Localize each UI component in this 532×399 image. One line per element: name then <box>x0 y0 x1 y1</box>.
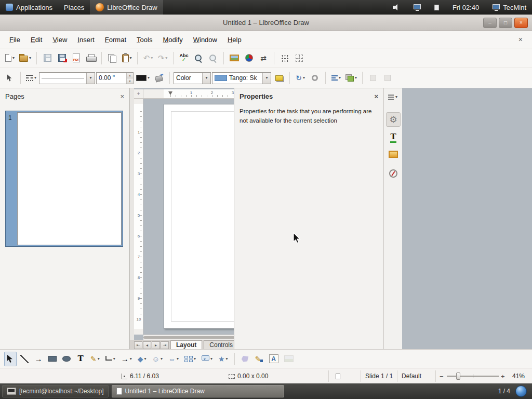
line-width-input[interactable] <box>97 73 126 84</box>
left-margin-marker[interactable] <box>168 91 172 95</box>
page-style-field[interactable]: Default <box>402 368 421 384</box>
edit-points-button[interactable] <box>3 71 17 85</box>
group-button[interactable] <box>366 71 380 85</box>
menu-modify[interactable]: Modify <box>157 33 188 46</box>
combo-dropdown-button[interactable]: ▾ <box>202 73 210 84</box>
navigator-button[interactable]: ⇄ <box>257 51 270 65</box>
tab-first-button[interactable]: ⇤ <box>134 341 142 349</box>
export-pdf-button[interactable]: PDF <box>70 51 83 65</box>
sidebar-tab-properties[interactable]: ⚙ <box>386 112 401 127</box>
flowchart-button[interactable]: ▾ <box>182 352 198 366</box>
arrange-button[interactable]: ▾ <box>344 71 358 85</box>
brand-applet[interactable]: TecMint <box>487 0 532 15</box>
insert-image-button[interactable] <box>282 352 296 366</box>
document-close-icon[interactable]: × <box>513 35 528 44</box>
rectangle-tool-button[interactable] <box>46 352 59 366</box>
pages-close-icon[interactable]: × <box>120 93 124 100</box>
line-color-button[interactable]: ▾ <box>135 71 151 85</box>
taskbar-terminal-button[interactable]: [tecmint@localhost:~/Desktop] <box>2 385 109 397</box>
sidebar-tab-styles[interactable]: T <box>386 130 401 145</box>
menu-help[interactable]: Help <box>222 33 247 46</box>
notes-applet[interactable] <box>429 0 445 15</box>
sidebar-tab-navigator[interactable] <box>386 166 401 181</box>
spin-down-icon[interactable]: ▼ <box>127 78 133 84</box>
transformations-button[interactable]: ↻ ▾ <box>294 71 307 85</box>
window-titlebar[interactable]: Untitled 1 – LibreOffice Draw – □ × <box>0 15 532 31</box>
display-grid-button[interactable] <box>278 51 291 65</box>
save-button[interactable] <box>41 51 54 65</box>
panel-splitter[interactable] <box>130 88 134 349</box>
zoom-out-button[interactable]: − <box>440 368 444 384</box>
callouts-button[interactable]: ▾ <box>200 352 215 366</box>
volume-applet[interactable] <box>387 0 406 15</box>
clock-applet[interactable]: Fri 02:40 <box>447 0 485 15</box>
lines-arrows-button[interactable]: → ▾ <box>119 352 134 366</box>
info-orb-icon[interactable] <box>515 385 527 397</box>
sidebar-menu-button[interactable]: ▾ <box>388 95 397 100</box>
helplines-button[interactable] <box>292 51 306 65</box>
tab-layout[interactable]: Layout <box>170 340 202 349</box>
open-button[interactable]: ▾ <box>18 51 33 65</box>
close-button[interactable]: × <box>514 18 528 28</box>
page-thumbnail[interactable]: 1 <box>5 111 123 247</box>
line-style-combobox[interactable]: ▾ <box>39 72 95 84</box>
curve-tool-button[interactable]: ✎ ▾ <box>88 352 102 366</box>
line-ends-arrow-button[interactable]: → <box>32 352 45 366</box>
menu-format[interactable]: Format <box>100 33 131 46</box>
ellipse-tool-button[interactable] <box>60 352 73 366</box>
spelling-button[interactable]: Abc ✓ <box>177 51 191 65</box>
print-button[interactable] <box>84 51 98 65</box>
tab-last-button[interactable]: ⇥ <box>161 341 169 349</box>
zoom-slider-thumb[interactable] <box>456 373 460 380</box>
select-tool-button[interactable] <box>4 352 17 366</box>
maximize-button[interactable]: □ <box>499 18 512 28</box>
basic-shapes-button[interactable]: ◆ ▾ <box>136 352 149 366</box>
zoom-percent-field[interactable]: 41% <box>512 368 525 384</box>
colors-button[interactable] <box>242 51 256 65</box>
copy-button[interactable] <box>105 51 119 65</box>
window-list-item[interactable]: LibreOffice Draw <box>90 0 163 15</box>
properties-close-icon[interactable]: × <box>374 93 378 100</box>
applications-menu[interactable]: Applications <box>0 0 58 15</box>
zoom-button[interactable] <box>192 51 205 65</box>
display-applet[interactable] <box>408 0 427 15</box>
taskbar-draw-button[interactable]: Untitled 1 – LibreOffice Draw <box>112 385 284 397</box>
stars-button[interactable]: ★ ▾ <box>216 352 230 366</box>
glue-points-button[interactable]: ✎ <box>253 352 265 366</box>
connector-tool-button[interactable]: ▾ <box>103 352 117 366</box>
zoom-in-button[interactable]: + <box>501 368 505 384</box>
document-modified-field[interactable] <box>336 368 340 384</box>
tab-next-button[interactable]: ▸ <box>152 341 160 349</box>
shadow-button[interactable] <box>272 71 286 85</box>
combo-dropdown-button[interactable]: ▾ <box>86 73 95 84</box>
slide-indicator[interactable]: Slide 1 / 1 <box>365 368 393 384</box>
new-document-button[interactable]: ▾ <box>3 51 17 65</box>
menu-insert[interactable]: Insert <box>72 33 100 46</box>
spinner-buttons[interactable]: ▲ ▼ <box>126 73 133 84</box>
workspace-pager[interactable]: 1 / 4 <box>498 388 510 395</box>
spin-up-icon[interactable]: ▲ <box>127 73 133 78</box>
combo-dropdown-button[interactable]: ▾ <box>262 73 271 84</box>
line-style-button[interactable]: ▾ <box>24 71 38 85</box>
menu-view[interactable]: View <box>47 33 72 46</box>
sidebar-tab-gallery[interactable] <box>386 147 401 162</box>
tab-prev-button[interactable]: ◂ <box>143 341 151 349</box>
minimize-button[interactable]: – <box>483 18 497 28</box>
ungroup-button[interactable] <box>381 71 394 85</box>
gallery-button[interactable] <box>228 51 241 65</box>
toggle-extrusion-button[interactable] <box>308 71 322 85</box>
block-arrows-button[interactable]: ⇔ ▾ <box>166 352 181 366</box>
align-objects-button[interactable]: ▾ <box>329 71 343 85</box>
fontwork-button[interactable]: A <box>267 352 281 366</box>
places-menu[interactable]: Places <box>58 0 90 15</box>
line-width-spinner[interactable]: ▲ ▼ <box>96 72 134 84</box>
freeform-button[interactable] <box>239 352 251 366</box>
fill-style-button[interactable] <box>152 71 166 85</box>
fill-type-combobox[interactable]: Color ▾ <box>174 72 211 84</box>
insert-line-button[interactable] <box>18 352 31 366</box>
menu-file[interactable]: File <box>4 33 25 46</box>
fill-color-combobox[interactable]: Tango: Sk ▾ <box>212 72 271 84</box>
menu-window[interactable]: Window <box>188 33 222 46</box>
save-as-button[interactable] <box>55 51 69 65</box>
text-tool-button[interactable]: T <box>74 352 87 366</box>
